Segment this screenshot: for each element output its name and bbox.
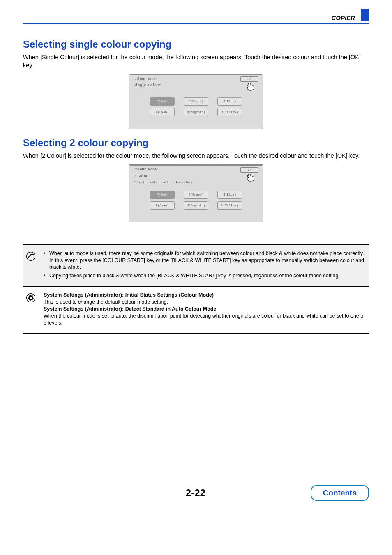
page-number: 2-22 bbox=[23, 487, 311, 499]
colour-option-cyan[interactable]: C(Cyan) bbox=[150, 201, 175, 210]
colour-option-magenta[interactable]: M(Magenta) bbox=[184, 108, 208, 116]
colour-option-cyan[interactable]: C(Cyan) bbox=[150, 108, 175, 116]
bullet-dot: • bbox=[44, 250, 49, 271]
chapter-name: COPIER bbox=[23, 14, 361, 21]
touch-cursor-icon bbox=[245, 173, 256, 182]
admin-heading-1: System Settings (Administrator): Initial… bbox=[44, 292, 214, 298]
page-footer: 2-22 Contents bbox=[0, 474, 392, 509]
note-block: • When auto mode is used, there may be s… bbox=[23, 244, 369, 287]
colour-option-magenta[interactable]: M(Magenta) bbox=[184, 201, 208, 210]
contents-button[interactable]: Contents bbox=[311, 485, 369, 501]
admin-text-2: When the colour mode is set to auto, the… bbox=[44, 313, 366, 327]
screen-subtitle: Single Colour bbox=[130, 83, 262, 89]
section-intro-2-colour: When [2 Colour] is selected for the colo… bbox=[23, 152, 369, 160]
bullet-dot: • bbox=[44, 272, 49, 279]
section-heading-single-colour: Selecting single colour copying bbox=[23, 39, 369, 50]
ok-button[interactable]: OK bbox=[240, 76, 258, 82]
colour-option-green[interactable]: G(Green) bbox=[184, 191, 208, 199]
admin-text-1: This is used to change the default colou… bbox=[44, 299, 366, 306]
chapter-header: COPIER bbox=[23, 10, 369, 21]
colour-option-green[interactable]: G(Green) bbox=[184, 97, 208, 106]
screen-title: Colour Mode bbox=[134, 168, 157, 172]
section-intro-single-colour: When [Single Colour] is selected for the… bbox=[23, 53, 369, 69]
svg-point-2 bbox=[30, 297, 32, 299]
header-rule bbox=[23, 23, 369, 24]
chapter-tab bbox=[361, 9, 369, 21]
gear-icon bbox=[25, 292, 36, 303]
screen-title: Colour Mode bbox=[134, 77, 157, 81]
colour-option-blue[interactable]: B(Blue) bbox=[217, 97, 242, 106]
colour-option-red[interactable]: R(Red) bbox=[150, 97, 175, 106]
note-bullet-2: Copying takes place in black & white whe… bbox=[49, 272, 366, 279]
colour-option-yellow[interactable]: Y(Yellow) bbox=[217, 108, 242, 116]
screen-instruction: Select a colour other than black. bbox=[130, 180, 262, 187]
touch-cursor-icon bbox=[245, 82, 256, 91]
note-icon bbox=[25, 251, 36, 262]
screen-subtitle: 2 Colour bbox=[130, 173, 262, 180]
colour-option-yellow[interactable]: Y(Yellow) bbox=[217, 201, 242, 210]
section-heading-2-colour: Selecting 2 colour copying bbox=[23, 137, 369, 149]
screenshot-2-colour: Colour Mode OK 2 Colour Select a colour … bbox=[129, 164, 263, 222]
svg-point-0 bbox=[27, 252, 35, 260]
note-bullet-1: When auto mode is used, there may be som… bbox=[49, 250, 366, 271]
admin-settings-block: System Settings (Administrator): Initial… bbox=[23, 287, 369, 334]
colour-option-blue[interactable]: B(Blue) bbox=[217, 191, 242, 199]
screenshot-single-colour: Colour Mode OK Single Colour R(Red) G(Gr… bbox=[129, 74, 263, 129]
colour-option-red[interactable]: R(Red) bbox=[150, 191, 175, 199]
admin-heading-2: System Settings (Administrator): Detect … bbox=[44, 306, 216, 312]
ok-button[interactable]: OK bbox=[240, 167, 258, 173]
